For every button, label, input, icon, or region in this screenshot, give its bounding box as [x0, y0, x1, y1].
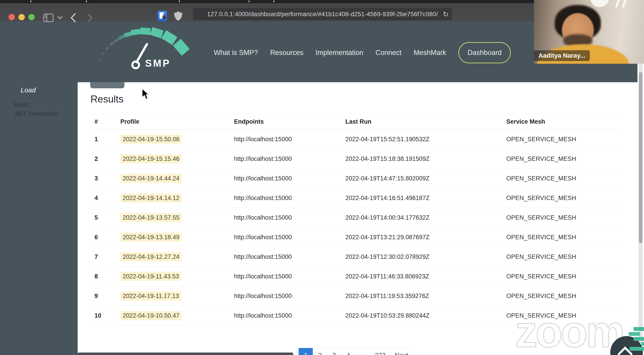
vertical-scrollbar-thumb[interactable] — [639, 72, 642, 243]
page-button-272[interactable]: 272 — [370, 348, 390, 355]
last-run-cell: 2022-04-19T15:18:38.191509Z — [346, 155, 506, 162]
sidebar-item-burst[interactable]: Burst — [14, 101, 28, 108]
nav-item-what-is-smp[interactable]: What is SMP? — [214, 49, 258, 57]
service-mesh-cell: OPEN_SERVICE_MESH — [506, 253, 620, 260]
forward-button[interactable] — [88, 14, 93, 22]
table-row[interactable]: 4 2022-04-19-14.14.12 http://localhost:1… — [90, 188, 620, 208]
service-mesh-cell: OPEN_SERVICE_MESH — [506, 293, 620, 300]
profile-cell[interactable]: 2022-04-19-15.15.46 — [120, 155, 234, 162]
column-header-num: # — [90, 118, 120, 125]
page-button-1[interactable]: 1 — [298, 348, 313, 355]
sidebar-item-load[interactable]: Load — [21, 86, 36, 94]
webcam-ui-fragment — [615, 0, 620, 8]
page-button-next[interactable]: Next — [390, 348, 413, 355]
row-number: 3 — [90, 175, 120, 182]
sidebar-item-jwt-revocation[interactable]: JWT Revocation — [14, 110, 58, 117]
profile-cell[interactable]: 2022-04-19-13.18.49 — [120, 234, 234, 241]
service-mesh-cell: OPEN_SERVICE_MESH — [506, 214, 620, 221]
endpoints-cell: http://localhost:15000 — [234, 234, 346, 241]
extension-icon[interactable] — [158, 11, 167, 21]
row-number: 1 — [90, 136, 120, 143]
profile-highlighted-value: 2022-04-19-10.50.47 — [120, 311, 182, 320]
row-number: 4 — [90, 195, 120, 202]
nav-item-resources[interactable]: Resources — [270, 49, 303, 57]
page-button-ellipsis[interactable]: ... — [355, 348, 370, 355]
profile-highlighted-value: 2022-04-19-13.57.55 — [120, 213, 182, 222]
row-number: 10 — [90, 312, 120, 319]
endpoints-cell: http://localhost:15000 — [234, 312, 346, 319]
endpoints-cell: http://localhost:15000 — [234, 175, 346, 182]
profile-cell[interactable]: 2022-04-19-14.14.12 — [120, 195, 234, 202]
last-run-cell: 2022-04-19T13:21:29.087697Z — [346, 234, 506, 241]
profile-cell[interactable]: 2022-04-19-14.44.24 — [120, 175, 234, 182]
service-mesh-cell: OPEN_SERVICE_MESH — [506, 175, 620, 182]
table-row[interactable]: 5 2022-04-19-13.57.55 http://localhost:1… — [90, 208, 620, 227]
nav-item-meshmark[interactable]: MeshMark — [414, 49, 446, 57]
zoom-window-button[interactable] — [28, 14, 35, 20]
table-row[interactable]: 6 2022-04-19-13.18.49 http://localhost:1… — [90, 227, 620, 247]
page-button-2[interactable]: 2 — [313, 348, 327, 355]
row-number: 9 — [90, 293, 120, 300]
nav-item-connect[interactable]: Connect — [376, 49, 402, 57]
service-mesh-cell: OPEN_SERVICE_MESH — [506, 273, 620, 280]
table-row[interactable]: 1 2022-04-19-15.50.06 http://localhost:1… — [90, 130, 620, 149]
profile-highlighted-value: 2022-04-19-15.50.06 — [120, 135, 182, 144]
profile-cell[interactable]: 2022-04-19-15.50.06 — [120, 136, 234, 143]
back-button[interactable] — [70, 13, 76, 23]
last-run-cell: 2022-04-19T12:30:02.078929Z — [346, 253, 506, 260]
column-header-last-run: Last Run — [346, 118, 506, 125]
shield-icon[interactable] — [174, 11, 183, 21]
profile-highlighted-value: 2022-04-19-14.44.24 — [120, 174, 182, 183]
endpoints-cell: http://localhost:15000 — [234, 214, 346, 221]
column-header-profile: Profile — [120, 118, 234, 125]
sidebar — [0, 82, 78, 355]
page-button-3[interactable]: 3 — [327, 348, 341, 355]
profile-cell[interactable]: 2022-04-19-11.43.53 — [120, 273, 234, 280]
results-table: # Profile Endpoints Last Run Service Mes… — [90, 114, 620, 325]
nav-item-dashboard[interactable]: Dashboard — [458, 42, 511, 63]
minimize-window-button[interactable] — [18, 14, 25, 20]
sidebar-toggle-icon[interactable] — [43, 14, 54, 22]
webcam-ui-fragment — [622, 0, 627, 8]
panel-tab[interactable] — [90, 82, 124, 88]
table-row[interactable]: 9 2022-04-19-11.17.13 http://localhost:1… — [90, 286, 620, 306]
pagination: 1 2 3 4 ... 272 Next — [299, 348, 413, 355]
profile-highlighted-value: 2022-04-19-12.27.24 — [120, 252, 182, 261]
table-row[interactable]: 3 2022-04-19-14.44.24 http://localhost:1… — [90, 169, 620, 188]
table-row[interactable]: 7 2022-04-19-12.27.24 http://localhost:1… — [90, 247, 620, 267]
profile-cell[interactable]: 2022-04-19-12.27.24 — [120, 253, 234, 260]
webcam-ui-fragment — [590, 0, 609, 7]
svg-text:SMP: SMP — [145, 58, 170, 69]
last-run-cell: 2022-04-19T14:16:51.496187Z — [346, 195, 506, 202]
endpoints-cell: http://localhost:15000 — [234, 273, 346, 280]
main-nav: What is SMP? Resources Implementation Co… — [214, 40, 511, 65]
profile-cell[interactable]: 2022-04-19-13.57.55 — [120, 214, 234, 221]
profile-cell[interactable]: 2022-04-19-11.17.13 — [120, 293, 234, 300]
table-row[interactable]: 2 2022-04-19-15.15.46 http://localhost:1… — [90, 149, 620, 169]
row-number: 7 — [90, 253, 120, 260]
nav-item-implementation[interactable]: Implementation — [316, 49, 364, 57]
close-window-button[interactable] — [8, 14, 15, 20]
profile-highlighted-value: 2022-04-19-15.15.46 — [120, 154, 182, 163]
mouse-cursor — [142, 88, 151, 101]
table-row[interactable]: 8 2022-04-19-11.43.53 http://localhost:1… — [90, 267, 620, 286]
page-button-4[interactable]: 4 — [341, 348, 356, 355]
service-mesh-cell: OPEN_SERVICE_MESH — [506, 155, 620, 162]
profile-highlighted-value: 2022-04-19-13.18.49 — [120, 233, 182, 242]
profile-cell[interactable]: 2022-04-19-10.50.47 — [120, 312, 234, 319]
participant-name-label: Aaditya Naray... — [534, 50, 590, 61]
reload-icon[interactable]: ↻ — [443, 10, 449, 19]
endpoints-cell: http://localhost:15000 — [234, 253, 346, 260]
smp-logo[interactable]: SMP — [98, 27, 192, 75]
endpoints-cell: http://localhost:15000 — [234, 195, 346, 202]
horizontal-scrollbar-thumb[interactable] — [78, 352, 293, 355]
row-number: 5 — [90, 214, 120, 221]
chevron-down-icon[interactable] — [58, 16, 62, 20]
service-mesh-cell: OPEN_SERVICE_MESH — [506, 195, 620, 202]
text-fragment — [249, 1, 250, 2]
text-fragment — [30, 1, 31, 2]
address-bar[interactable]: 127.0.0.1:4000/dashboard/performance/#41… — [193, 8, 452, 20]
layer5-logo-icon — [627, 327, 644, 352]
column-header-service-mesh: Service Mesh — [506, 118, 620, 125]
webcam-video-tile[interactable]: Aaditya Naray... — [534, 0, 644, 64]
